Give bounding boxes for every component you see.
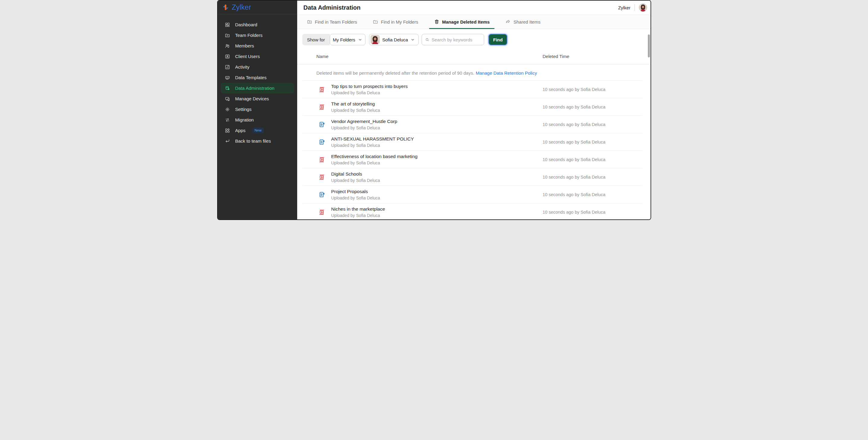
- team-folders-icon: [225, 33, 230, 38]
- sidebar-item-team-folders[interactable]: Team Folders: [221, 30, 294, 40]
- tab-find-in-team-folders[interactable]: Find in Team Folders: [303, 15, 362, 29]
- item-name: Top tips to turn prospects into buyers: [331, 84, 408, 89]
- retention-notice: Deleted items will be permanently delete…: [302, 65, 642, 81]
- tab-find-in-my-folders[interactable]: Find in My Folders: [369, 15, 422, 29]
- folder-scope-select[interactable]: My Folders: [330, 34, 366, 45]
- item-deleted-time: 10 seconds ago by Sofia Deluca: [543, 122, 606, 127]
- video-file-icon: [319, 104, 325, 110]
- sidebar-item-label: Manage Devices: [235, 96, 269, 101]
- table-row[interactable]: The art of storytelling Uploaded by Sofi…: [302, 98, 642, 116]
- video-file-icon: [319, 156, 325, 163]
- profile-avatar[interactable]: [639, 3, 647, 12]
- document-file-icon: [319, 191, 325, 198]
- sidebar-item-dashboard[interactable]: Dashboard: [221, 19, 294, 30]
- tab-manage-deleted-items[interactable]: Manage Deleted Items: [430, 15, 494, 29]
- sidebar-item-activity[interactable]: Activity: [221, 62, 294, 72]
- item-deleted-time: 10 seconds ago by Sofia Deluca: [543, 175, 606, 179]
- item-uploaded-by: Uploaded by Sofia Deluca: [331, 90, 408, 95]
- top-bar: Data Administration Zylker: [297, 1, 651, 15]
- search-icon: [425, 37, 429, 42]
- sidebar-nav: Dashboard Team Folders Members Client Us…: [218, 14, 297, 146]
- item-deleted-time: 10 seconds ago by Sofia Deluca: [543, 87, 606, 92]
- vertical-divider: [634, 4, 635, 11]
- scrollbar-thumb[interactable]: [648, 34, 650, 57]
- table-row[interactable]: Project Proposals Uploaded by Sofia Delu…: [302, 186, 642, 203]
- item-uploaded-by: Uploaded by Sofia Deluca: [331, 125, 398, 130]
- tab-label: Find in My Folders: [381, 19, 418, 25]
- item-uploaded-by: Uploaded by Sofia Deluca: [331, 108, 380, 113]
- sidebar-item-data-templates[interactable]: Data Templates: [221, 72, 294, 83]
- table-row[interactable]: ANTI-SEXUAL HARASSMENT POLICY Uploaded b…: [302, 133, 642, 151]
- sidebar-item-settings[interactable]: Settings: [221, 104, 294, 115]
- retention-notice-text: Deleted items will be permanently delete…: [316, 70, 474, 76]
- folder-my-icon: [373, 19, 378, 25]
- deleted-items-list: Deleted items will be permanently delete…: [302, 65, 642, 220]
- table-row[interactable]: Digital Schools Uploaded by Sofia Deluca…: [302, 168, 642, 186]
- item-name: Effectiveness of location based marketin…: [331, 154, 418, 159]
- table-row[interactable]: Vendor Agreement_Hustle Corp Uploaded by…: [302, 116, 642, 133]
- tab-shared-items[interactable]: Shared Items: [501, 15, 545, 29]
- sidebar-item-manage-devices[interactable]: Manage Devices: [221, 93, 294, 104]
- item-deleted-time: 10 seconds ago by Sofia Deluca: [543, 140, 606, 144]
- document-file-icon: [319, 121, 325, 128]
- folder-scope-value: My Folders: [333, 37, 355, 42]
- search-box: [422, 34, 484, 45]
- item-uploaded-by: Uploaded by Sofia Deluca: [331, 178, 380, 183]
- settings-icon: [225, 107, 230, 112]
- app-window: Zylker Dashboard Team Folders Members Cl…: [217, 0, 651, 220]
- sidebar-item-label: Members: [235, 43, 254, 48]
- video-file-icon: [319, 209, 325, 215]
- rows-container: Top tips to turn prospects into buyers U…: [302, 81, 642, 220]
- brand-name: Zylker: [232, 3, 251, 11]
- data-templates-icon: [225, 75, 230, 80]
- video-file-icon: [319, 174, 325, 180]
- show-for-label: Show for: [302, 34, 330, 45]
- tab-label: Shared Items: [514, 19, 540, 25]
- folder-team-icon: [307, 19, 312, 25]
- new-badge: New: [252, 127, 264, 133]
- item-deleted-time: 10 seconds ago by Sofia Deluca: [543, 105, 606, 109]
- search-input[interactable]: [432, 37, 480, 42]
- item-name: Digital Schools: [331, 171, 380, 177]
- sidebar-item-label: Back to team files: [235, 139, 271, 144]
- sidebar-item-back-to-team-files[interactable]: Back to team files: [221, 136, 294, 146]
- sidebar-item-label: Team Folders: [235, 33, 263, 38]
- sidebar-item-label: Client Users: [235, 54, 260, 59]
- sidebar-item-migration[interactable]: Migration: [221, 115, 294, 125]
- item-deleted-time: 10 seconds ago by Sofia Deluca: [543, 157, 606, 162]
- table-row[interactable]: Top tips to turn prospects into buyers U…: [302, 81, 642, 98]
- dashboard-icon: [225, 22, 230, 28]
- zylker-logo-icon: [222, 4, 229, 11]
- table-header: Name Deleted Time: [297, 54, 651, 65]
- item-uploaded-by: Uploaded by Sofia Deluca: [331, 196, 380, 200]
- manage-devices-icon: [225, 96, 230, 101]
- user-value: Sofia Deluca: [382, 37, 408, 42]
- user-select[interactable]: Sofia Deluca: [369, 34, 418, 45]
- sidebar-item-data-administration[interactable]: Data Administration: [221, 83, 294, 93]
- item-name: The art of storytelling: [331, 101, 380, 107]
- sidebar-item-label: Data Templates: [235, 75, 267, 80]
- tab-label: Manage Deleted Items: [442, 19, 490, 25]
- sidebar-item-apps[interactable]: Apps New: [221, 125, 294, 136]
- filter-row: Show for My Folders Sofia Deluca Find: [302, 34, 651, 45]
- item-name: Niches in the marketplace: [331, 206, 385, 212]
- item-name: Project Proposals: [331, 189, 380, 194]
- sidebar-item-client-users[interactable]: Client Users: [221, 51, 294, 62]
- table-row[interactable]: Niches in the marketplace Uploaded by So…: [302, 203, 642, 220]
- tab-label: Find in Team Folders: [315, 19, 357, 25]
- apps-icon: [225, 128, 230, 133]
- migration-icon: [225, 117, 230, 123]
- table-row[interactable]: Effectiveness of location based marketin…: [302, 151, 642, 168]
- sidebar-item-label: Dashboard: [235, 22, 257, 27]
- find-button[interactable]: Find: [488, 34, 508, 45]
- item-deleted-time: 10 seconds ago by Sofia Deluca: [543, 192, 606, 197]
- manage-retention-policy-link[interactable]: Manage Data Retention Policy: [476, 70, 537, 76]
- sidebar-item-members[interactable]: Members: [221, 40, 294, 51]
- top-right-account: Zylker: [618, 3, 647, 12]
- tab-bar: Find in Team Folders Find in My Folders …: [297, 15, 651, 29]
- main-panel: Data Administration Zylker Find in Team …: [297, 1, 651, 219]
- activity-icon: [225, 64, 230, 70]
- brand-logo: Zylker: [218, 1, 297, 14]
- document-file-icon: [319, 139, 325, 145]
- sidebar-item-label: Apps: [235, 128, 246, 133]
